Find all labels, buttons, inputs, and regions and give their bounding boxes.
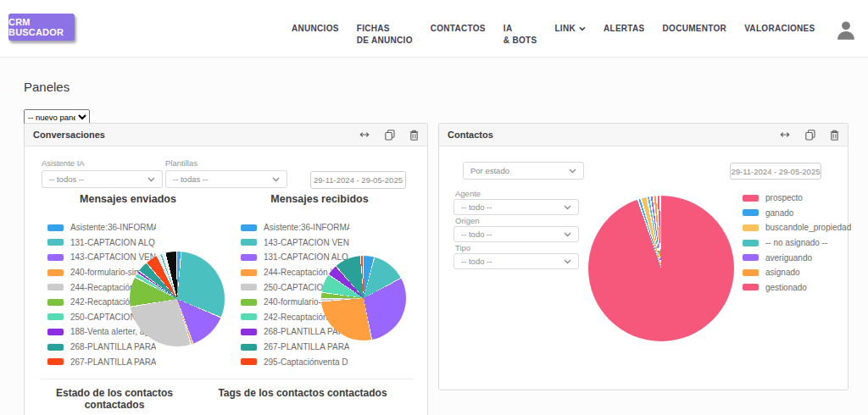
- duplicate-icon[interactable]: [385, 130, 395, 141]
- legend-item[interactable]: 131-CAPTACIÓN ALQ: [47, 235, 156, 251]
- legend-color-chip: [743, 224, 759, 231]
- chart-title-tags-contactos: Tags de los contactos contactados: [218, 387, 387, 399]
- nav-item-ia-bots[interactable]: IA & BOTS: [504, 0, 537, 58]
- legend-item[interactable]: buscandole_propiedad: [743, 220, 851, 235]
- legend-color-chip: [241, 224, 257, 231]
- main-nav: ANUNCIOS FICHAS DE ANUNCIO CONTACTOS IA …: [292, 0, 815, 58]
- legend-color-chip: [47, 239, 64, 246]
- crm-buscador-logo[interactable]: CRM BUSCADOR: [8, 14, 75, 41]
- legend-item[interactable]: Asistente:36-INFORMA: [241, 220, 349, 235]
- legend-label: Asistente:36-INFORMA: [70, 223, 156, 232]
- nav-item-alertas[interactable]: ALERTAS: [604, 0, 645, 58]
- legend-color-chip: [241, 329, 257, 335]
- legend-item[interactable]: 267-PLANTILLA PARA: [241, 340, 349, 355]
- legend-item[interactable]: ganado: [743, 206, 851, 221]
- legend-color-chip: [241, 254, 257, 261]
- section-divider: [40, 379, 414, 379]
- trash-icon[interactable]: [409, 130, 419, 141]
- nav-item-fichas-de-anuncio[interactable]: FICHAS DE ANUNCIO: [357, 0, 413, 58]
- legend-label: 143-CAPTACIÓN VEN: [70, 252, 156, 262]
- nav-item-contactos[interactable]: CONTACTOS: [431, 0, 486, 58]
- pie-chart-contactos-por-estado[interactable]: [588, 196, 734, 341]
- legend-color-chip: [743, 284, 759, 290]
- user-avatar-icon[interactable]: [834, 18, 858, 42]
- panel-conversaciones-header: Conversaciones: [25, 124, 427, 147]
- legend-color-chip: [241, 313, 257, 320]
- legend-contactos-por-estado: prospectoganadobuscandole_propiedad-- no…: [743, 191, 851, 295]
- trash-icon[interactable]: [830, 130, 839, 141]
- legend-color-chip: [47, 254, 64, 261]
- date-range-input[interactable]: 29-11-2024 - 29-05-2025: [310, 171, 406, 189]
- legend-color-chip: [47, 284, 64, 290]
- plantillas-label: Plantillas: [165, 158, 198, 168]
- date-range-input[interactable]: 29-11-2024 - 29-05-2025: [730, 163, 821, 180]
- legend-color-chip: [241, 299, 257, 306]
- legend-item[interactable]: 267-PLANTILLA PARA: [47, 354, 156, 369]
- asistente-ia-label: Asistente IA: [42, 158, 85, 168]
- nav-item-valoraciones[interactable]: VALORACIONES: [744, 0, 815, 58]
- por-estado-select[interactable]: Por estado: [463, 162, 584, 180]
- legend-item[interactable]: 268-PLANTILLA PARA: [47, 340, 156, 355]
- legend-color-chip: [241, 284, 257, 290]
- legend-item[interactable]: 131-CAPTACIÓN ALQ: [241, 250, 349, 265]
- legend-label: buscandole_propiedad: [765, 223, 851, 232]
- legend-label: averiguando: [765, 253, 812, 263]
- chart-title-mensajes-recibidos: Mensajes recibidos: [218, 193, 421, 205]
- legend-item[interactable]: 143-CAPTACIÓN VEN: [241, 235, 349, 251]
- legend-label: -- no asignado --: [765, 238, 827, 247]
- origen-select[interactable]: -- todo --: [453, 226, 579, 242]
- legend-color-chip: [743, 269, 759, 276]
- legend-color-chip: [743, 209, 759, 216]
- panel-contactos: Contactos Por estado 29-11-2024 - 29-05-…: [438, 123, 849, 390]
- legend-label: 131-CAPTACIÓN ALQ: [70, 238, 155, 247]
- legend-label: asignado: [765, 268, 800, 277]
- nav-item-anuncios[interactable]: ANUNCIOS: [292, 0, 339, 58]
- panel-title: Conversaciones: [33, 130, 359, 140]
- legend-label: 131-CAPTACIÓN ALQ: [264, 252, 348, 262]
- legend-color-chip: [743, 254, 759, 261]
- legend-color-chip: [743, 195, 759, 202]
- top-navigation-bar: CRM BUSCADOR ANUNCIOS FICHAS DE ANUNCIO …: [0, 0, 868, 58]
- legend-label: 267-PLANTILLA PARA: [70, 357, 156, 367]
- chart-title-mensajes-enviados: Mensajes enviados: [26, 193, 230, 205]
- legend-item[interactable]: 143-CAPTACIÓN VEN: [47, 250, 156, 265]
- legend-item[interactable]: -- no asignado --: [743, 235, 851, 251]
- tipo-label: Tipo: [455, 243, 470, 252]
- duplicate-icon[interactable]: [805, 130, 815, 141]
- plantillas-select[interactable]: -- todas --: [165, 170, 287, 188]
- legend-color-chip: [743, 240, 759, 246]
- legend-color-chip: [47, 299, 64, 306]
- legend-item[interactable]: asignado: [743, 265, 851, 280]
- legend-color-chip: [47, 313, 64, 320]
- tipo-select[interactable]: -- todo --: [453, 253, 579, 269]
- agente-select[interactable]: -- todo --: [453, 199, 579, 215]
- legend-label: 267-PLANTILLA PARA: [264, 342, 349, 351]
- page-title: Paneles: [24, 80, 70, 94]
- legend-label: gestionado: [765, 283, 807, 292]
- legend-color-chip: [47, 329, 64, 335]
- legend-color-chip: [47, 358, 64, 365]
- legend-label: Asistente:36-INFORMA: [264, 223, 349, 232]
- panel-conversaciones: Conversaciones Asistente IA Plantillas -…: [24, 123, 428, 415]
- legend-item[interactable]: averiguando: [743, 250, 851, 265]
- move-horizontal-icon[interactable]: [779, 130, 791, 139]
- legend-item[interactable]: Asistente:36-INFORMA: [47, 220, 156, 235]
- legend-color-chip: [47, 269, 64, 276]
- origen-label: Origen: [455, 216, 480, 225]
- panel-title: Contactos: [448, 130, 779, 140]
- nav-item-link[interactable]: LINK: [554, 0, 586, 58]
- move-horizontal-icon[interactable]: [359, 130, 370, 139]
- asistente-ia-select[interactable]: -- todos --: [42, 170, 163, 188]
- legend-label: 295-Captaciónventa D: [264, 357, 348, 367]
- pie-chart-mensajes-recibidos[interactable]: [321, 256, 406, 340]
- legend-color-chip: [47, 344, 64, 351]
- legend-item[interactable]: prospecto: [743, 191, 851, 206]
- agente-label: Agente: [455, 189, 481, 198]
- legend-color-chip: [241, 358, 257, 365]
- nav-item-documentor[interactable]: DOCUMENTOR: [663, 0, 727, 58]
- legend-color-chip: [241, 239, 257, 246]
- legend-item[interactable]: gestionado: [743, 280, 851, 296]
- legend-item[interactable]: 295-Captaciónventa D: [241, 354, 349, 369]
- pie-chart-mensajes-enviados[interactable]: [130, 252, 225, 346]
- chevron-down-icon: [579, 23, 586, 35]
